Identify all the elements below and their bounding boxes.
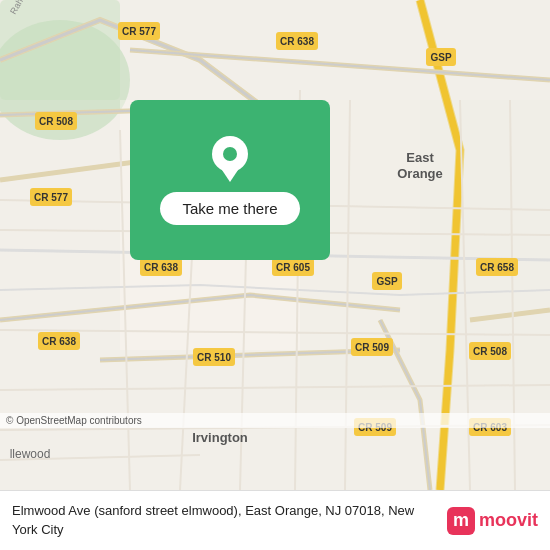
pin-inner [223,147,237,161]
moovit-logo: m moovit [447,507,538,535]
svg-text:CR 638: CR 638 [144,262,178,273]
take-me-there-button[interactable]: Take me there [160,192,299,225]
map-container: CR 577 CR 638 GSP CR 508 CR 577 East Ora… [0,0,550,490]
svg-text:CR 508: CR 508 [39,116,73,127]
copyright-text: © OpenStreetMap contributors [6,415,142,426]
svg-text:CR 577: CR 577 [122,26,156,37]
pin-circle [212,136,248,172]
svg-text:Irvington: Irvington [192,430,248,445]
location-panel: Take me there [130,100,330,260]
moovit-label: moovit [479,510,538,531]
svg-text:CR 638: CR 638 [280,36,314,47]
pin-tail [222,170,238,182]
svg-text:CR 605: CR 605 [276,262,310,273]
svg-text:Orange: Orange [397,166,443,181]
svg-text:East: East [406,150,434,165]
svg-text:CR 509: CR 509 [355,342,389,353]
svg-text:CR 508: CR 508 [473,346,507,357]
svg-text:GSP: GSP [376,276,397,287]
svg-text:CR 658: CR 658 [480,262,514,273]
info-bar: Elmwood Ave (sanford street elmwood), Ea… [0,490,550,550]
copyright-bar: © OpenStreetMap contributors [0,413,550,428]
svg-text:GSP: GSP [430,52,451,63]
moovit-m-icon: m [447,507,475,535]
svg-text:CR 577: CR 577 [34,192,68,203]
location-pin [212,136,248,180]
address-text: Elmwood Ave (sanford street elmwood), Ea… [12,502,437,538]
svg-text:CR 638: CR 638 [42,336,76,347]
svg-text:CR 510: CR 510 [197,352,231,363]
svg-text:llewood: llewood [10,447,51,461]
